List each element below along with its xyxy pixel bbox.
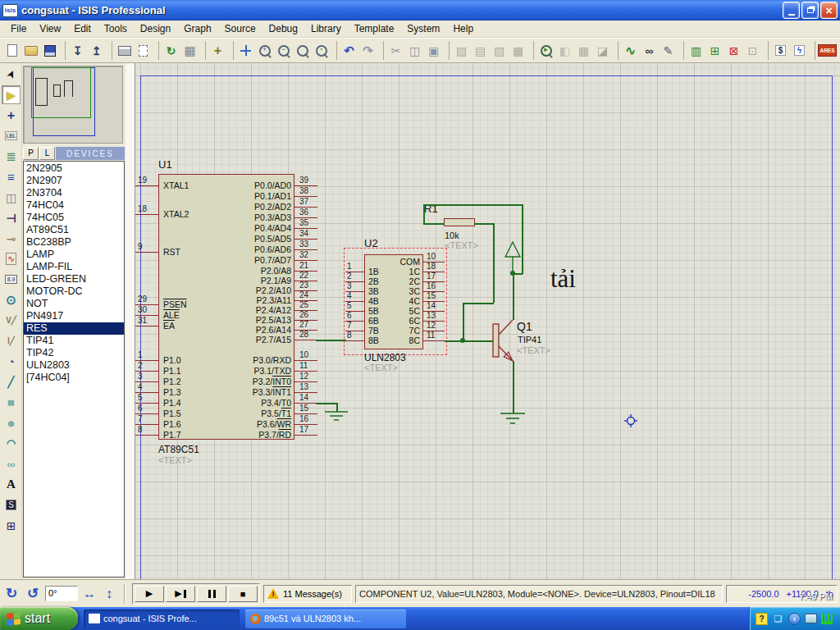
play-button[interactable]: ▶ — [135, 586, 164, 602]
menu-graph[interactable]: Graph — [177, 21, 217, 36]
tray-signal[interactable] — [821, 614, 833, 624]
text-script-mode-button[interactable] — [2, 147, 21, 166]
2d-circle-mode-button[interactable] — [2, 413, 21, 432]
device-uln2803[interactable]: ULN2803 — [24, 359, 124, 372]
device-pins-mode-button[interactable] — [2, 229, 21, 248]
device-bc238bp[interactable]: BC238BP — [24, 236, 124, 249]
ground-symbol-u1[interactable] — [322, 411, 350, 424]
overview-window[interactable] — [23, 66, 123, 144]
block-move-button[interactable] — [471, 41, 490, 60]
wire-q1-emitter[interactable] — [513, 361, 514, 413]
packaging-tool-button[interactable] — [574, 41, 593, 60]
menu-help[interactable]: Help — [446, 21, 480, 36]
redo-button[interactable] — [358, 41, 377, 60]
junction-dot-mode-button[interactable] — [2, 106, 21, 125]
q1-ref-label[interactable]: Q1 — [517, 320, 532, 333]
goto-sheet-button[interactable] — [743, 41, 762, 60]
pause-button[interactable] — [197, 586, 226, 602]
tray-network[interactable] — [805, 614, 817, 623]
mark-output-area-button[interactable] — [134, 41, 153, 60]
electrical-rule-check-button[interactable] — [790, 41, 809, 60]
component-mode-button[interactable] — [2, 85, 21, 104]
wire-r1-right-h[interactable] — [474, 223, 494, 225]
minimize-button[interactable] — [783, 2, 800, 19]
device-lamp[interactable]: LAMP — [24, 249, 124, 261]
message-log-button[interactable]: 11 Message(s) — [263, 585, 352, 603]
buses-mode-button[interactable] — [2, 167, 21, 186]
import-section-button[interactable] — [65, 41, 87, 60]
design-explorer-button[interactable] — [683, 41, 705, 60]
component-u2[interactable]: U2 1 1B 2 2B 3 3B — [344, 237, 467, 377]
close-button[interactable]: × — [820, 2, 838, 19]
wire-r1-right-v[interactable] — [493, 223, 495, 303]
tray-help-question[interactable] — [756, 613, 768, 625]
r1-body[interactable] — [444, 218, 475, 226]
wire-q1-collector[interactable] — [513, 273, 514, 320]
open-design-button[interactable] — [21, 41, 40, 60]
2d-arc-mode-button[interactable] — [2, 434, 21, 453]
restore-button[interactable] — [801, 2, 819, 19]
load-text-label[interactable]: tải — [550, 264, 576, 294]
device-res[interactable]: RES — [24, 322, 124, 335]
make-device-button[interactable] — [555, 41, 574, 60]
block-delete-button[interactable] — [509, 41, 527, 60]
wire-r1-branch-h[interactable] — [463, 303, 494, 304]
device-74hc05[interactable]: 74HC05 — [24, 212, 124, 224]
terminals-mode-button[interactable] — [2, 208, 21, 227]
device-2n3704[interactable]: 2N3704 — [24, 187, 124, 199]
cut-button[interactable] — [383, 41, 405, 60]
tape-recorder-mode-button[interactable] — [2, 270, 21, 289]
u2-ref-label[interactable]: U2 — [364, 237, 378, 249]
undo-button[interactable] — [336, 41, 358, 60]
ground-symbol-q1[interactable] — [496, 413, 529, 429]
wire-u1p27-to-u2-8b[interactable] — [316, 340, 346, 341]
device-led-green[interactable]: LED-GREEN — [24, 273, 124, 285]
device-lamp-fil[interactable]: LAMP-FIL — [24, 261, 124, 273]
rotation-angle-field[interactable]: 0° — [45, 586, 78, 601]
u1-ref-label[interactable]: U1 — [158, 158, 172, 171]
tray-restore-window[interactable] — [772, 613, 784, 625]
menu-library[interactable]: Library — [304, 21, 348, 36]
schematic-canvas[interactable]: U1 19 XTAL1 18 XTAL2 9 RST — [135, 63, 840, 579]
2d-symbol-mode-button[interactable] — [2, 495, 21, 514]
toggle-grid-button[interactable] — [180, 41, 199, 60]
export-section-button[interactable] — [87, 41, 106, 60]
new-document-button[interactable] — [2, 41, 21, 60]
pick-device-button[interactable] — [533, 41, 555, 60]
wire-top-h[interactable] — [423, 204, 523, 206]
taskbar-task-congsuat-isis-profe[interactable]: congsuat - ISIS Profe... — [84, 609, 240, 628]
stop-button[interactable]: ■ — [228, 586, 258, 602]
device-2n2907[interactable]: 2N2907 — [24, 175, 124, 187]
zoom-all-button[interactable] — [293, 41, 312, 60]
pick-parts-button[interactable]: P — [23, 147, 39, 160]
device-tip41[interactable]: TIP41 — [24, 335, 124, 347]
device-74hc04[interactable]: [74HC04] — [24, 372, 124, 384]
2d-text-mode-button[interactable] — [2, 475, 21, 494]
step-button[interactable]: ▶ — [166, 586, 195, 602]
q1-value-label[interactable]: TIP41 — [518, 335, 541, 345]
taskbar-task-89c51-v-uln2803-kh[interactable]: 89c51 và ULN2803 kh... — [245, 609, 406, 628]
false-origin-button[interactable] — [205, 41, 227, 60]
menu-source[interactable]: Source — [218, 21, 262, 36]
copy-button[interactable] — [405, 41, 424, 60]
device-2n2905[interactable]: 2N2905 — [24, 162, 124, 175]
mirror-horizontal-button[interactable]: ↔ — [81, 587, 98, 601]
2d-path-mode-button[interactable] — [2, 454, 21, 473]
u1-value-label[interactable]: AT89C51 — [158, 444, 199, 455]
menu-debug[interactable]: Debug — [262, 21, 304, 36]
block-rotate-button[interactable] — [490, 41, 509, 60]
2d-marker-mode-button[interactable] — [2, 516, 21, 535]
selection-mode-button[interactable] — [2, 65, 21, 84]
load-arrow-terminal[interactable] — [501, 239, 526, 276]
redraw-button[interactable] — [158, 41, 180, 60]
remove-sheet-button[interactable] — [724, 41, 743, 60]
block-copy-button[interactable] — [449, 41, 471, 60]
menu-tools[interactable]: Tools — [98, 21, 134, 36]
voltage-probe-mode-button[interactable] — [2, 311, 21, 330]
u2-value-label[interactable]: ULN2803 — [364, 352, 406, 363]
zoom-in-button[interactable] — [255, 41, 274, 60]
print-button[interactable] — [112, 41, 134, 60]
pan-button[interactable] — [233, 41, 255, 60]
panel-splitter[interactable] — [126, 63, 135, 579]
mirror-vertical-button[interactable]: ↕ — [101, 587, 117, 601]
